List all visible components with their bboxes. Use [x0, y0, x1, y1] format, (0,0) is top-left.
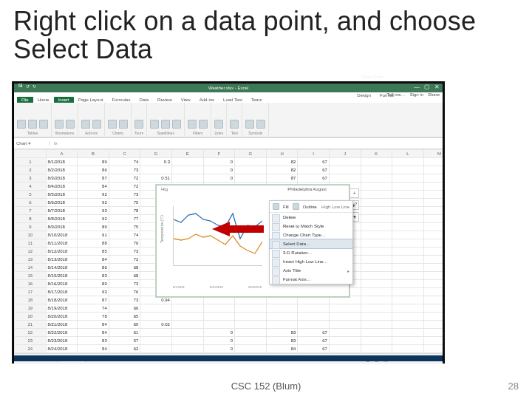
cell[interactable] [392, 166, 424, 174]
cell[interactable]: 89 [78, 223, 109, 231]
cell[interactable]: 8/3/2018 [46, 174, 78, 183]
tab-addins[interactable]: Add-ins [195, 97, 219, 103]
row-header[interactable]: 10 [15, 231, 47, 239]
row-header[interactable]: 12 [15, 248, 47, 256]
column-header[interactable]: J [329, 150, 361, 158]
table-row[interactable]: 18/1/201889740.308267 [15, 158, 443, 166]
cell[interactable] [235, 321, 267, 329]
cell[interactable]: 73 [109, 248, 140, 256]
cell[interactable] [361, 231, 392, 239]
cell[interactable]: 66 [109, 304, 140, 313]
cell[interactable] [423, 248, 443, 256]
cell[interactable]: 0.51 [140, 174, 172, 183]
cell[interactable]: 73 [109, 296, 140, 304]
cell[interactable] [392, 158, 424, 166]
column-header[interactable]: K [361, 150, 392, 158]
cell[interactable]: 92 [78, 191, 109, 199]
cell[interactable] [329, 174, 361, 183]
cell[interactable]: 0 [203, 174, 235, 183]
cell[interactable] [423, 191, 443, 199]
cell[interactable] [266, 321, 298, 329]
cell[interactable] [392, 239, 424, 248]
cell[interactable]: 8/19/2018 [46, 304, 78, 313]
cell[interactable] [361, 272, 392, 280]
cell[interactable]: 8/2/2018 [46, 166, 78, 174]
cell[interactable] [423, 280, 443, 288]
cell[interactable] [423, 199, 443, 207]
cell[interactable] [266, 304, 298, 313]
cell[interactable] [392, 321, 424, 329]
cell[interactable]: 73 [109, 191, 140, 199]
cell[interactable] [235, 353, 267, 354]
cell[interactable] [361, 215, 392, 223]
cell[interactable]: 0.94 [140, 296, 172, 304]
row-header[interactable]: 15 [15, 272, 47, 280]
pictures-icon[interactable] [55, 120, 64, 129]
cell[interactable] [171, 296, 203, 304]
row-header[interactable]: 17 [15, 288, 47, 296]
row-header[interactable]: 3 [15, 174, 47, 183]
cell[interactable] [423, 223, 443, 231]
name-box[interactable]: Chart 4 [14, 141, 50, 146]
cell[interactable]: 8/15/2018 [46, 272, 78, 280]
cell[interactable]: 72 [109, 174, 140, 183]
cell[interactable] [140, 313, 172, 321]
quick-access-toolbar[interactable]: 🖫 ↺ ↻ [18, 83, 36, 89]
cell[interactable]: 82 [266, 166, 298, 174]
tab-home[interactable]: Home [33, 97, 54, 103]
cell[interactable]: 65 [109, 313, 140, 321]
row-header[interactable]: 14 [15, 264, 47, 272]
cell[interactable]: 74 [109, 158, 140, 166]
tab-file[interactable]: File [17, 97, 33, 103]
cell[interactable]: 67 [298, 158, 330, 166]
cell[interactable] [361, 207, 392, 215]
cell[interactable]: 8/10/2018 [46, 231, 78, 239]
cell[interactable] [140, 353, 172, 354]
line-icon[interactable] [150, 120, 159, 129]
tab-page-layout[interactable]: Page Layout [74, 97, 108, 103]
cell[interactable]: 86 [78, 166, 109, 174]
cell[interactable]: 84 [266, 345, 298, 353]
table-row[interactable]: 188/18/201887730.94 [15, 296, 443, 304]
tab-review[interactable]: Review [153, 97, 177, 103]
menu-item-delete[interactable]: Delete [270, 213, 352, 222]
cell[interactable] [171, 329, 203, 337]
my-add-ins-icon[interactable] [92, 120, 101, 129]
cell[interactable]: 91 [78, 231, 109, 239]
cell[interactable]: 57 [109, 337, 140, 345]
cell[interactable]: 8/18/2018 [46, 296, 78, 304]
cell[interactable] [140, 166, 172, 174]
cell[interactable] [423, 215, 443, 223]
cell[interactable]: 8/7/2018 [46, 207, 78, 215]
cell[interactable] [423, 158, 443, 166]
chart-context-menu[interactable]: Fill Outline High Low Line DeleteReset t… [269, 200, 353, 284]
row-header[interactable]: 1 [15, 158, 47, 166]
row-header[interactable]: 13 [15, 256, 47, 264]
cell[interactable] [298, 296, 330, 304]
cell[interactable]: 8/17/2018 [46, 288, 78, 296]
table-row[interactable]: 208/20/20187865 [15, 313, 443, 321]
row-header[interactable]: 19 [15, 304, 47, 313]
slicer-icon[interactable] [188, 120, 197, 129]
cell[interactable] [171, 345, 203, 353]
menu-item-change-chart-type[interactable]: Change Chart Type… [270, 231, 352, 239]
cell[interactable]: 83 [266, 337, 298, 345]
cell[interactable]: 77 [109, 215, 140, 223]
cell[interactable] [171, 353, 203, 354]
tell-me[interactable]: Tell me… [387, 92, 406, 97]
table-row[interactable]: 258/25/2018835908467 [15, 353, 443, 354]
cell[interactable]: 59 [109, 353, 140, 354]
cell[interactable] [392, 353, 424, 354]
tab-formulas[interactable]: Formulas [107, 97, 134, 103]
cell[interactable] [203, 296, 235, 304]
menu-item-format-axis[interactable]: Format Axis… [270, 275, 352, 284]
cell[interactable]: 85 [78, 248, 109, 256]
mini-toolbar[interactable]: Fill Outline High Low Line [270, 201, 352, 213]
cell[interactable]: 8/1/2018 [46, 158, 78, 166]
cell[interactable]: 67 [298, 353, 330, 354]
undo-icon[interactable]: ↺ [26, 83, 30, 89]
cell[interactable]: 67 [298, 345, 330, 353]
cell[interactable] [361, 183, 392, 191]
cell[interactable]: 83 [266, 329, 298, 337]
cell[interactable] [423, 256, 443, 264]
